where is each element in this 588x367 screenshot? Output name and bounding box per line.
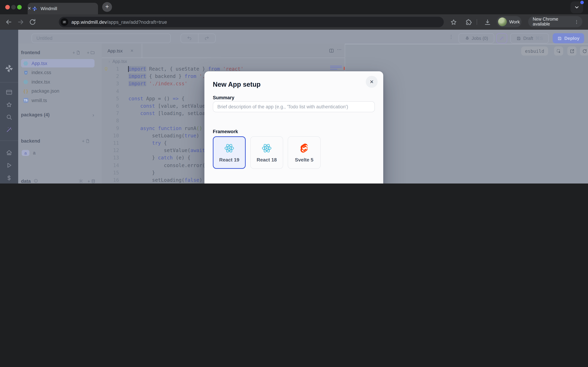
line-number: 11 [102,140,119,147]
add-file-button[interactable]: + [72,50,80,55]
draft-shortcut: ⌘S [535,36,543,41]
ai-wand-button[interactable] [496,33,507,43]
app-name-input[interactable]: Untitled [32,33,171,43]
minimap-line [330,66,342,67]
forward-icon[interactable] [17,18,25,26]
line-number: 16 [102,176,119,184]
framework-name: React 19 [219,157,239,162]
code-text: setLoading(true) [129,132,199,140]
info-icon[interactable] [34,179,38,183]
window-zoom-button[interactable] [17,5,22,9]
file-item-package-json[interactable]: { }package.json [21,87,95,95]
modal-close-button[interactable]: ✕ [366,76,378,88]
kebab-menu-icon[interactable]: ⋮ [574,19,579,24]
undo-button[interactable] [181,34,198,43]
browser-tab-strip: Windmill ✕ + [0,0,588,14]
code-text: console.error(e) [129,162,211,169]
editor-more-icon[interactable]: ⋯ [337,47,342,52]
draft-label: Draft [523,36,533,41]
backend-add-button[interactable]: + [82,138,90,144]
profile-chip[interactable]: Work [497,16,521,27]
search-icon[interactable] [6,114,13,121]
new-tab-button[interactable]: + [102,2,112,12]
react-logo-icon [261,143,272,153]
editor-tab[interactable]: App.tsx ✕ [102,44,142,58]
add-folder-button[interactable]: + [87,50,95,55]
breadcrumb[interactable]: ›App.tsx [109,59,127,64]
ts-file-icon: TS [23,98,28,103]
tab-close-icon[interactable]: ✕ [28,5,270,12]
framework-label: Framework [213,129,238,134]
framework-card-react-19[interactable]: React 19 [213,136,246,169]
file-item-index-tsx[interactable]: index.tsx [21,78,95,86]
editor-tab-bar: App.tsx ✕ ⋯ [102,44,345,58]
modal-title: New App setup [213,81,260,88]
backend-item-name[interactable]: a [33,150,35,156]
line-number: 5 [102,95,119,102]
minimap-line [330,69,337,69]
app-toolbar: Untitled ⋮ Jobs (0) Draft ⌘S Deploy [18,30,588,44]
packages-section[interactable]: packages (4) [21,112,50,117]
window-close-button[interactable] [5,5,10,9]
framework-card-svelte-5[interactable]: Svelte 5 [288,136,320,169]
reload-icon[interactable] [29,18,36,26]
browser-tab[interactable]: Windmill ✕ [28,3,98,14]
editor-tab-close-icon[interactable]: ✕ [130,48,134,53]
deploy-button[interactable]: Deploy [553,33,584,43]
split-view-icon[interactable] [329,48,334,53]
dollar-icon[interactable] [6,175,13,181]
summary-label: Summary [213,95,234,100]
open-external-button[interactable] [567,47,576,56]
downloads-icon[interactable] [484,18,491,26]
code-text: const App = () => { [129,95,184,102]
code-text: import './index.css' [129,80,187,88]
toolbar-divider [477,19,477,25]
react-file-icon [23,79,28,84]
toolbar-kebab-icon[interactable]: ⋮ [449,34,454,40]
chrome-update-button[interactable]: New Chrome available ⋮ [528,16,582,27]
file-item-app-tsx[interactable]: App.tsx [21,59,95,67]
left-rail [0,30,18,184]
select-mode-button[interactable] [554,47,563,56]
react-file-icon [23,61,28,66]
line-number: 7 [102,110,119,117]
framework-card-react-18[interactable]: React 18 [250,136,283,169]
back-icon[interactable] [5,18,13,26]
line-number: 4 [102,88,119,95]
app-window-icon[interactable] [6,89,13,96]
canvas-divider [345,44,588,44]
packages-chevron-icon[interactable]: › [92,112,94,118]
tab-search-button[interactable] [571,1,583,13]
bookmark-star-icon[interactable] [450,18,458,26]
home-icon[interactable] [6,149,13,156]
file-item-wmill-ts[interactable]: TSwmill.ts [21,96,95,105]
backend-item-badge[interactable]: a [22,150,29,156]
play-icon[interactable] [6,162,13,169]
ai-wand-icon[interactable] [6,126,13,133]
code-text: setLoading(false) [129,176,202,184]
summary-input[interactable] [213,101,375,112]
rail-divider [0,82,18,83]
frontend-section-title: frontend [21,50,40,55]
window-minimize-button[interactable] [11,5,16,9]
add-datatable-button[interactable]: + [87,179,95,184]
address-bar[interactable]: app.windmill.dev/apps_raw/add?nodraft=tr… [59,17,444,27]
extensions-icon[interactable] [465,18,473,26]
site-settings-icon[interactable] [61,18,68,26]
redo-button[interactable] [198,34,215,43]
minimap-line [330,67,342,68]
windmill-logo[interactable] [5,64,14,73]
jobs-button[interactable]: Jobs (0) [458,33,494,43]
file-name: index.css [32,70,51,75]
line-number: 13 [102,154,119,162]
file-item-index-css[interactable]: 3index.css [21,68,95,77]
line-number: 6 [102,102,119,110]
line-number: 15 [102,169,119,176]
star-icon[interactable] [6,101,13,108]
refresh-button[interactable] [580,47,588,56]
draft-button[interactable]: Draft ⌘S [510,33,549,43]
url-text: app.windmill.dev/apps_raw/add?nodraft=tr… [71,19,167,25]
data-settings-gear-icon[interactable] [78,179,83,184]
deploy-label: Deploy [564,36,579,41]
line-number: 8 [102,117,119,125]
